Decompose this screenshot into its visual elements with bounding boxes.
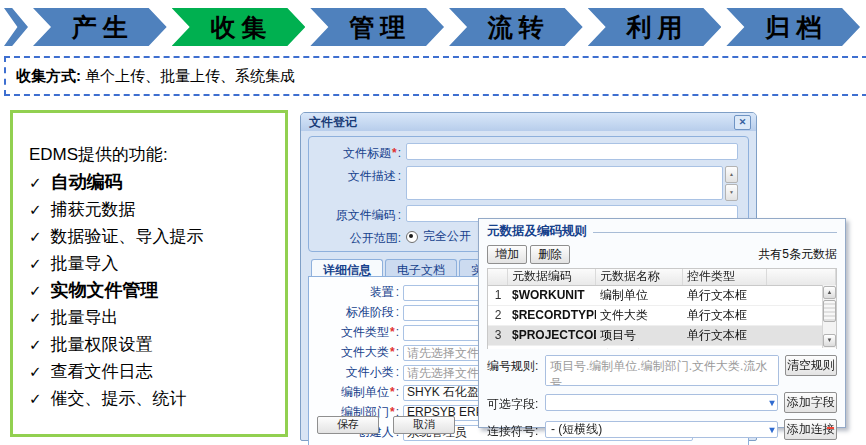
feature-item: ✓查看文件日志 [29,358,275,385]
scope-option-public[interactable]: 完全公开 [406,228,471,245]
red-mark-artifact [827,427,834,429]
flow-step-archive: 归档 [726,8,860,46]
numbering-rule-row: 编号规则: 清空规则 [487,355,837,386]
table-row-selected[interactable]: 3 $PROJECTCODE 项目号 单行文本框 [488,326,836,346]
file-type-label: 文件类型*: [309,324,403,341]
feature-item: ✓批量权限设置 [29,331,275,358]
numbering-rule-input[interactable] [545,355,779,386]
metadata-toolbar: 增加 删除 共有5条元数据 [487,245,837,264]
dialog-title: 文件登记 [309,114,357,131]
empty-header [767,269,836,285]
tab-electronic-doc[interactable]: 电子文档 [385,259,457,276]
metadata-rules-panel: 元数据及编码规则 增加 删除 共有5条元数据 元数据编码 元数据名称 控件类型 … [478,218,846,428]
clear-rule-button[interactable]: 清空规则 [785,355,837,376]
type-header: 控件类型 [683,269,767,285]
feature-item: ✓批量导出 [29,304,275,331]
feature-item: ✓捕获元数据 [29,196,275,223]
file-title-input[interactable] [406,143,738,160]
name-header: 元数据名称 [596,269,683,285]
check-icon: ✓ [29,250,42,277]
metadata-count: 共有5条元数据 [758,246,837,263]
desc-spinner: ▲ ▼ [725,166,738,201]
add-connector-button[interactable]: 添加连接 [784,419,837,440]
file-desc-label: 文件描述: [309,166,406,185]
connector-row: 连接符号: - (短横线) ▾ 添加连接 [487,419,837,440]
flow-chevron-fragment [4,8,28,46]
file-title-label: 文件标题*: [309,143,406,162]
process-flow: 产生 收集 管理 流转 利用 归档 [4,8,860,46]
orig-code-label: 原文件编码: [309,205,406,224]
table-scrollbar[interactable]: ▲ ▼ [822,285,836,348]
connector-label: 连接符号: [487,420,545,440]
compile-unit-label: 编制单位*: [309,384,403,401]
flow-step-circulate: 流转 [449,8,583,46]
metadata-table: 元数据编码 元数据名称 控件类型 1 $WORKUNIT 编制单位 单行文本框 … [487,268,837,349]
spinner-up-icon[interactable]: ▲ [725,166,738,183]
flow-step-collect: 收集 [172,8,306,46]
scope-label: 公开范围: [309,228,406,247]
check-icon: ✓ [29,277,42,304]
table-header-row: 元数据编码 元数据名称 控件类型 [488,269,836,286]
features-title: EDMS提供的功能: [29,143,275,166]
optional-field-select[interactable]: ▾ [545,394,778,411]
table-row[interactable]: 2 $RECORDTYPE 文件大类 单行文本框 [488,306,836,326]
collect-method-label: 收集方式: [16,67,81,86]
scroll-down-icon[interactable]: ▼ [823,334,836,347]
add-button[interactable]: 增加 [487,245,527,264]
check-icon: ✓ [29,196,42,223]
check-icon: ✓ [29,358,42,385]
feature-item: ✓数据验证、导入提示 [29,223,275,250]
edms-features-box: EDMS提供的功能: ✓自动编码 ✓捕获元数据 ✓数据验证、导入提示 ✓批量导入… [10,110,288,437]
code-header: 元数据编码 [508,269,596,285]
legend-divider [593,232,837,233]
scroll-thumb[interactable] [823,300,836,322]
metadata-panel-header: 元数据及编码规则 [487,223,837,240]
cancel-button[interactable]: 取消 [393,416,455,434]
flow-step-produce: 产生 [33,8,167,46]
chevron-down-icon[interactable]: ▾ [769,425,774,435]
device-label: 装置: [309,284,403,301]
flow-step-utilize: 利用 [588,8,722,46]
flow-step-manage: 管理 [310,8,444,46]
collect-method-text: 单个上传、批量上传、系统集成 [85,67,295,86]
table-row[interactable]: 1 $WORKUNIT 编制单位 单行文本框 [488,286,836,306]
check-icon: ✓ [29,331,42,358]
delete-button[interactable]: 删除 [530,245,570,264]
collect-method-banner: 收集方式: 单个上传、批量上传、系统集成 [4,56,866,96]
spinner-down-icon[interactable]: ▼ [725,184,738,201]
numbering-rule-label: 编号规则: [487,355,545,375]
dialog-footer: 保存 取消 [317,416,455,434]
close-icon[interactable]: ✕ [734,115,751,130]
feature-item: ✓实物文件管理 [29,277,275,304]
standard-stage-label: 标准阶段: [309,304,403,321]
file-major-class-label: 文件大类*: [309,344,403,361]
scroll-up-icon[interactable]: ▲ [823,286,836,299]
connector-value: - (短横线) [551,421,602,438]
add-field-button[interactable]: 添加字段 [784,392,837,413]
save-button[interactable]: 保存 [317,416,379,434]
feature-item: ✓自动编码 [29,169,275,196]
radio-selected-icon[interactable] [406,231,418,243]
table-row[interactable]: 4 $DEPARTMENT 编制部门 单行文本框 [488,346,836,349]
connector-select[interactable]: - (短横线) ▾ [545,421,778,438]
feature-item: ✓催交、提示、统计 [29,385,275,412]
optional-field-row: 可选字段: ▾ 添加字段 [487,392,837,413]
metadata-panel-title: 元数据及编码规则 [487,223,587,240]
dialog-titlebar: 文件登记 ✕ [301,113,756,131]
check-icon: ✓ [29,304,42,331]
file-minor-class-label: 文件小类: [309,364,403,381]
check-icon: ✓ [29,223,42,250]
row-number-header [488,269,508,285]
table-body: 1 $WORKUNIT 编制单位 单行文本框 2 $RECORDTYPE 文件大… [488,286,836,349]
tab-detail-info[interactable]: 详细信息 [311,259,383,276]
feature-item: ✓批量导入 [29,250,275,277]
file-desc-textarea[interactable] [406,166,723,200]
slide-canvas: { "icons":{"close":"✕","spinner_up":"▲",… [0,0,866,445]
check-icon: ✓ [29,169,42,196]
optional-field-label: 可选字段: [487,393,545,413]
chevron-down-icon[interactable]: ▾ [769,398,774,408]
check-icon: ✓ [29,385,42,412]
